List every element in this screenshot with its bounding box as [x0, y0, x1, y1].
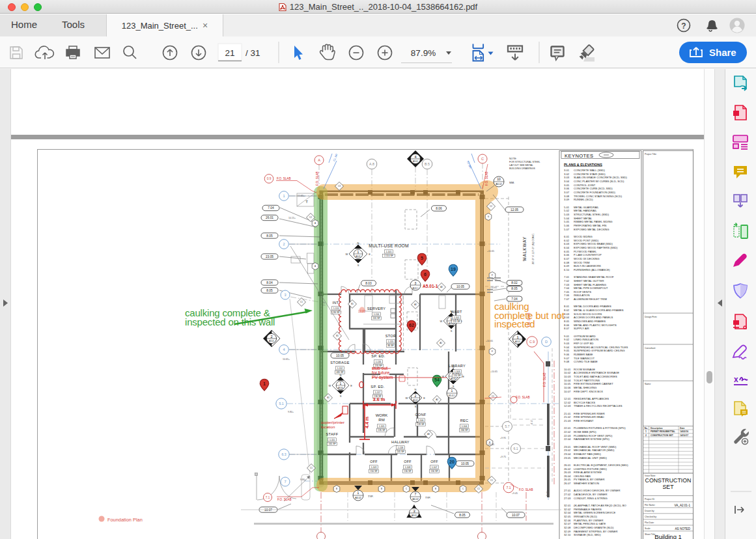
svg-text:21: 21 — [225, 48, 234, 58]
svg-text:?: ? — [681, 21, 686, 31]
svg-text:87.9%: 87.9% — [411, 48, 436, 58]
svg-text:x: x — [734, 375, 738, 384]
svg-text:/ 31: / 31 — [245, 48, 260, 58]
svg-text:Share: Share — [709, 47, 736, 58]
